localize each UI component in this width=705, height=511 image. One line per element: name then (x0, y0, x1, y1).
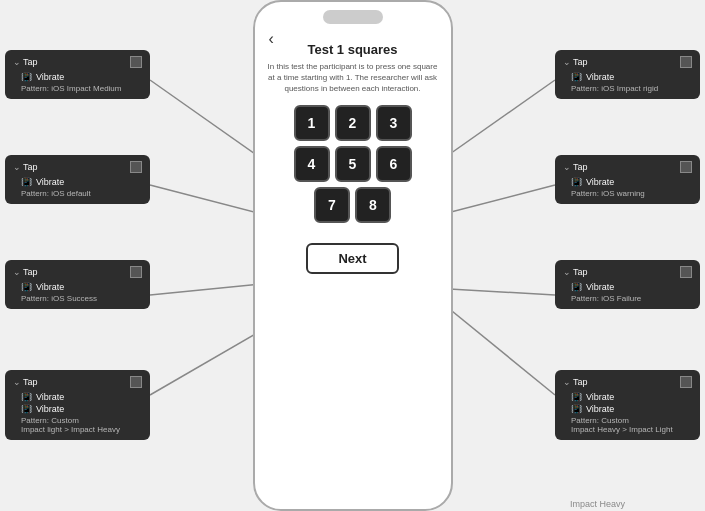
phone-content: Test 1 squares In this test the particip… (255, 32, 451, 274)
square-4[interactable]: 4 (294, 146, 330, 182)
checkbox-br[interactable] (680, 376, 692, 388)
panel-tr1-header: ⌄Tap (563, 56, 692, 68)
vibrate-label-bl1: Vibrate (36, 392, 64, 402)
phone-notch (323, 10, 383, 24)
vibrate-label-bl2: Vibrate (36, 404, 64, 414)
checkbox-tl1[interactable] (130, 56, 142, 68)
tap-label-tr2: ⌄Tap (563, 162, 588, 172)
square-5[interactable]: 5 (335, 146, 371, 182)
square-8[interactable]: 8 (355, 187, 391, 223)
tap-label-tr3: ⌄Tap (563, 267, 588, 277)
squares-row-3: 7 8 (314, 187, 391, 223)
next-button[interactable]: Next (306, 243, 398, 274)
tap-label-bl: ⌄Tap (13, 377, 38, 387)
square-2[interactable]: 2 (335, 105, 371, 141)
pattern-tl3: Pattern: iOS Success (13, 294, 142, 303)
test-description: In this test the participant is to press… (267, 61, 439, 95)
squares-grid: 1 2 3 4 5 6 7 8 (294, 105, 412, 223)
vibrate-label-tl3: Vibrate (36, 282, 64, 292)
pattern-tr3: Pattern: iOS Failure (563, 294, 692, 303)
vibrate-icon-br2: 📳 (571, 404, 582, 414)
tap-label-tl3: ⌄Tap (13, 267, 38, 277)
panel-tl2-header: ⌄Tap (13, 161, 142, 173)
vibrate-label-br2: Vibrate (586, 404, 614, 414)
panel-bl-header: ⌄Tap (13, 376, 142, 388)
checkbox-tl2[interactable] (130, 161, 142, 173)
square-1[interactable]: 1 (294, 105, 330, 141)
vibrate-row-br2: 📳 Vibrate (563, 404, 692, 414)
tap-label-br: ⌄Tap (563, 377, 588, 387)
pattern-tr2: Pattern: iOS warning (563, 189, 692, 198)
tap-label-tl2: ⌄Tap (13, 162, 38, 172)
vibrate-label-tr2: Vibrate (586, 177, 614, 187)
vibrate-icon-tl3: 📳 (21, 282, 32, 292)
panel-tr1: ⌄Tap 📳 Vibrate Pattern: iOS Impact rigid (555, 50, 700, 99)
panel-tr2: ⌄Tap 📳 Vibrate Pattern: iOS warning (555, 155, 700, 204)
vibrate-label-tr1: Vibrate (586, 72, 614, 82)
panel-tl1: ⌄Tap 📳 Vibrate Pattern: iOS Impact Mediu… (5, 50, 150, 99)
vibrate-icon-br1: 📳 (571, 392, 582, 402)
panel-tr3-header: ⌄Tap (563, 266, 692, 278)
pattern-tl1: Pattern: iOS Impact Medium (13, 84, 142, 93)
tap-label-tr1: ⌄Tap (563, 57, 588, 67)
bottom-label: Impact Heavy (570, 499, 625, 509)
pattern-tr1: Pattern: iOS Impact rigid (563, 84, 692, 93)
panel-tl2: ⌄Tap 📳 Vibrate Pattern: iOS default (5, 155, 150, 204)
vibrate-icon-bl2: 📳 (21, 404, 32, 414)
vibrate-icon-tr1: 📳 (571, 72, 582, 82)
vibrate-icon-tr3: 📳 (571, 282, 582, 292)
vibrate-row-tl1: 📳 Vibrate (13, 72, 142, 82)
vibrate-icon-tr2: 📳 (571, 177, 582, 187)
square-7[interactable]: 7 (314, 187, 350, 223)
checkbox-bl[interactable] (130, 376, 142, 388)
square-6[interactable]: 6 (376, 146, 412, 182)
vibrate-icon-tl1: 📳 (21, 72, 32, 82)
vibrate-row-tr1: 📳 Vibrate (563, 72, 692, 82)
pattern-bl: Pattern: Custom Impact light > Impact He… (13, 416, 142, 434)
pattern-br: Pattern: Custom Impact Heavy > Impact Li… (563, 416, 692, 434)
panel-br: ⌄Tap 📳 Vibrate 📳 Vibrate Pattern: Custom… (555, 370, 700, 440)
vibrate-icon-tl2: 📳 (21, 177, 32, 187)
squares-row-1: 1 2 3 (294, 105, 412, 141)
checkbox-tl3[interactable] (130, 266, 142, 278)
vibrate-row-br1: 📳 Vibrate (563, 392, 692, 402)
tap-label: ⌄Tap (13, 57, 38, 67)
vibrate-row-tl3: 📳 Vibrate (13, 282, 142, 292)
test-title: Test 1 squares (307, 42, 397, 57)
checkbox-tr2[interactable] (680, 161, 692, 173)
vibrate-label-tl1: Vibrate (36, 72, 64, 82)
panel-tl1-header: ⌄Tap (13, 56, 142, 68)
vibrate-label-tr3: Vibrate (586, 282, 614, 292)
panel-tl3-header: ⌄Tap (13, 266, 142, 278)
vibrate-label-br1: Vibrate (586, 392, 614, 402)
vibrate-icon-bl1: 📳 (21, 392, 32, 402)
panel-tl3: ⌄Tap 📳 Vibrate Pattern: iOS Success (5, 260, 150, 309)
pattern-tl2: Pattern: iOS default (13, 189, 142, 198)
panel-tr3: ⌄Tap 📳 Vibrate Pattern: iOS Failure (555, 260, 700, 309)
vibrate-row-tr3: 📳 Vibrate (563, 282, 692, 292)
panel-br-header: ⌄Tap (563, 376, 692, 388)
vibrate-row-bl2: 📳 Vibrate (13, 404, 142, 414)
vibrate-label-tl2: Vibrate (36, 177, 64, 187)
checkbox-tr3[interactable] (680, 266, 692, 278)
back-arrow-icon[interactable]: ‹ (269, 30, 274, 48)
squares-row-2: 4 5 6 (294, 146, 412, 182)
vibrate-row-tl2: 📳 Vibrate (13, 177, 142, 187)
vibrate-row-bl1: 📳 Vibrate (13, 392, 142, 402)
panel-bl: ⌄Tap 📳 Vibrate 📳 Vibrate Pattern: Custom… (5, 370, 150, 440)
checkbox-tr1[interactable] (680, 56, 692, 68)
panel-tr2-header: ⌄Tap (563, 161, 692, 173)
vibrate-row-tr2: 📳 Vibrate (563, 177, 692, 187)
square-3[interactable]: 3 (376, 105, 412, 141)
phone-frame: ‹ Test 1 squares In this test the partic… (253, 0, 453, 511)
